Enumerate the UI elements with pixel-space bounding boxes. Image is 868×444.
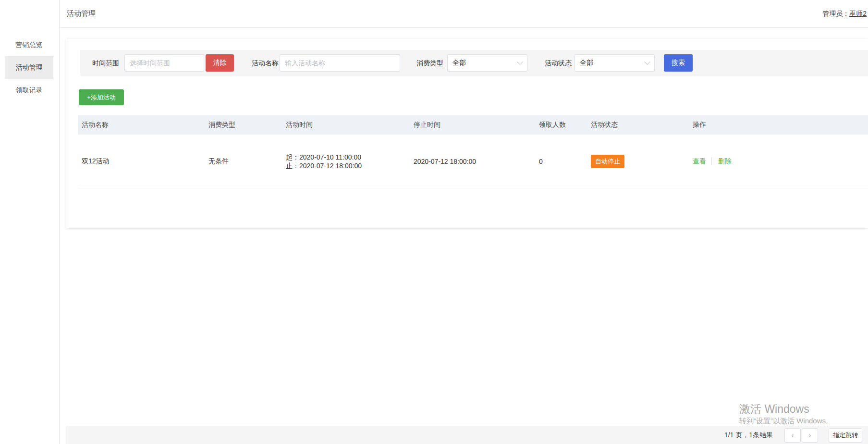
- col-header-actions: 操作: [689, 121, 868, 129]
- top-header: 活动管理 管理员： 巫师2: [60, 0, 868, 28]
- sidebar-item-marketing-overview[interactable]: 营销总览: [5, 34, 53, 56]
- admin-label: 管理员：: [822, 10, 849, 18]
- view-link[interactable]: 查看: [693, 157, 706, 165]
- pagination-bar: 1/1 页，1条结果 ‹ › 指定跳转: [66, 426, 868, 444]
- date-range-label: 时间范围: [92, 50, 119, 76]
- add-activity-button[interactable]: +添加活动: [79, 89, 124, 105]
- cell-stop-time: 2020-07-12 18:00:00: [410, 158, 535, 165]
- sidebar: 营销总览 活动管理 领取记录: [0, 0, 60, 444]
- cell-claim-count: 0: [535, 158, 587, 165]
- cell-consume-type: 无条件: [205, 157, 282, 166]
- watermark-line1: 激活 Windows: [739, 403, 833, 416]
- activity-time-start: 起：2020-07-10 11:00:00: [286, 153, 410, 161]
- windows-activation-watermark: 激活 Windows 转到“设置”以激活 Windows。: [739, 403, 833, 426]
- search-button[interactable]: 搜索: [664, 54, 693, 72]
- clear-button[interactable]: 清除: [206, 54, 234, 72]
- cell-activity-status: 自动停止: [587, 155, 689, 168]
- activity-name-input[interactable]: [280, 54, 400, 72]
- chevron-right-icon: ›: [808, 431, 811, 439]
- jump-to-page-button[interactable]: 指定跳转: [829, 428, 862, 443]
- consume-type-value: 全部: [452, 59, 518, 67]
- activity-status-value: 全部: [580, 59, 645, 67]
- col-header-claim-count: 领取人数: [535, 121, 587, 129]
- status-badge: 自动停止: [591, 155, 624, 168]
- sidebar-item-activity-management[interactable]: 活动管理: [5, 56, 53, 79]
- col-header-activity-name: 活动名称: [78, 121, 205, 129]
- date-range-input[interactable]: [124, 54, 204, 72]
- chevron-left-icon: ‹: [791, 431, 794, 439]
- pagination-summary: 1/1 页，1条结果: [724, 431, 773, 440]
- activity-status-label: 活动状态: [545, 50, 572, 76]
- watermark-line2: 转到“设置”以激活 Windows。: [739, 416, 833, 426]
- table-row: 双12活动 无条件 起：2020-07-10 11:00:00 止：2020-0…: [78, 135, 868, 188]
- sidebar-item-claim-records[interactable]: 领取记录: [5, 79, 53, 101]
- col-header-stop-time: 停止时间: [410, 121, 535, 129]
- content-card: 时间范围 清除 活动名称 消费类型 全部 活动状态 全部 搜索 +添加活动 活动…: [66, 39, 868, 228]
- activity-status-select[interactable]: 全部: [575, 54, 655, 72]
- filter-bar: 时间范围 清除 活动名称 消费类型 全部 活动状态 全部 搜索: [80, 50, 868, 76]
- consume-type-label: 消费类型: [416, 50, 443, 76]
- cell-actions: 查看│删除: [689, 157, 868, 166]
- col-header-activity-status: 活动状态: [587, 121, 689, 129]
- cell-activity-name: 双12活动: [78, 157, 205, 166]
- activity-name-label: 活动名称: [252, 50, 279, 76]
- col-header-activity-time: 活动时间: [282, 121, 410, 129]
- admin-info: 管理员： 巫师2: [822, 0, 867, 28]
- delete-link[interactable]: 删除: [718, 157, 732, 165]
- table-header-row: 活动名称 消费类型 活动时间 停止时间 领取人数 活动状态 操作: [78, 115, 868, 135]
- cell-activity-time: 起：2020-07-10 11:00:00 止：2020-07-12 18:00…: [282, 153, 410, 170]
- page-title: 活动管理: [67, 9, 96, 18]
- activity-table: 活动名称 消费类型 活动时间 停止时间 领取人数 活动状态 操作 双12活动 无…: [78, 115, 868, 188]
- next-page-button[interactable]: ›: [802, 428, 818, 443]
- admin-name-link[interactable]: 巫师2: [849, 10, 867, 18]
- prev-page-button[interactable]: ‹: [784, 428, 801, 443]
- consume-type-select[interactable]: 全部: [447, 54, 527, 72]
- chevron-down-icon: [644, 59, 650, 65]
- chevron-down-icon: [517, 59, 523, 65]
- col-header-consume-type: 消费类型: [205, 121, 282, 129]
- activity-time-end: 止：2020-07-12 18:00:00: [286, 161, 410, 170]
- sidebar-menu: 营销总览 活动管理 领取记录: [0, 0, 59, 101]
- action-divider: │: [710, 157, 714, 165]
